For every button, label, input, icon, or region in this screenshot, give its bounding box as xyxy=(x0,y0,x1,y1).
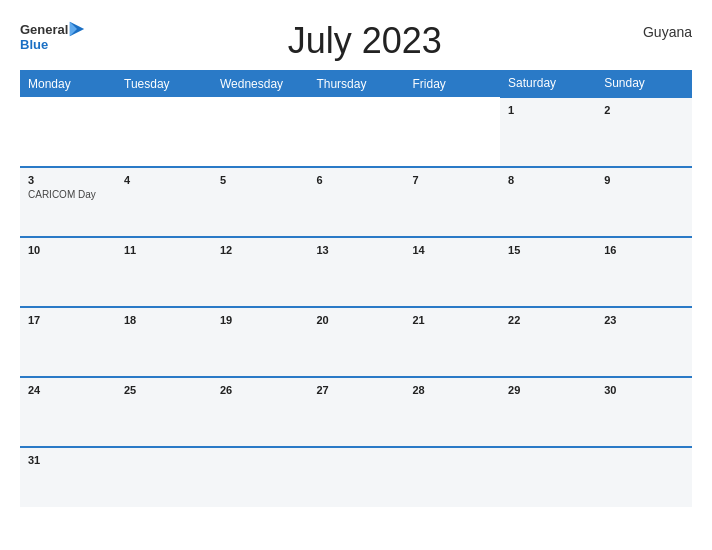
header-thursday: Thursday xyxy=(308,70,404,97)
title-area: July 2023 xyxy=(86,20,643,62)
calendar-cell: 27 xyxy=(308,377,404,447)
day-number: 6 xyxy=(316,174,396,186)
day-number: 14 xyxy=(413,244,493,256)
calendar-cell: 18 xyxy=(116,307,212,377)
day-number: 19 xyxy=(220,314,300,326)
calendar-cell xyxy=(20,97,116,167)
calendar-cell: 22 xyxy=(500,307,596,377)
calendar-cell xyxy=(308,97,404,167)
day-number: 26 xyxy=(220,384,300,396)
calendar-cell: 12 xyxy=(212,237,308,307)
day-number: 10 xyxy=(28,244,108,256)
calendar-cell: 1 xyxy=(500,97,596,167)
calendar-title: July 2023 xyxy=(86,20,643,62)
day-number: 3 xyxy=(28,174,108,186)
day-number: 9 xyxy=(604,174,684,186)
day-number: 2 xyxy=(604,104,684,116)
day-number: 13 xyxy=(316,244,396,256)
day-number: 25 xyxy=(124,384,204,396)
calendar-cell: 30 xyxy=(596,377,692,447)
calendar-cell: 15 xyxy=(500,237,596,307)
calendar-cell xyxy=(116,447,212,507)
day-number: 16 xyxy=(604,244,684,256)
calendar-cell: 3CARICOM Day xyxy=(20,167,116,237)
calendar-cell: 2 xyxy=(596,97,692,167)
day-number: 21 xyxy=(413,314,493,326)
calendar-cell: 29 xyxy=(500,377,596,447)
calendar-cell xyxy=(405,447,501,507)
logo: General Blue xyxy=(20,20,86,51)
calendar-cell: 14 xyxy=(405,237,501,307)
calendar-page: General Blue July 2023 Guyana Monday Tue… xyxy=(20,20,692,507)
calendar-cell: 13 xyxy=(308,237,404,307)
calendar-cell: 19 xyxy=(212,307,308,377)
day-number: 24 xyxy=(28,384,108,396)
country-label: Guyana xyxy=(643,20,692,40)
calendar-cell xyxy=(596,447,692,507)
day-number: 17 xyxy=(28,314,108,326)
calendar-cell xyxy=(212,447,308,507)
day-number: 23 xyxy=(604,314,684,326)
header-monday: Monday xyxy=(20,70,116,97)
logo-general: General xyxy=(20,23,68,36)
calendar-header: General Blue July 2023 Guyana xyxy=(20,20,692,62)
weekday-header-row: Monday Tuesday Wednesday Thursday Friday… xyxy=(20,70,692,97)
calendar-table: Monday Tuesday Wednesday Thursday Friday… xyxy=(20,70,692,507)
day-number: 27 xyxy=(316,384,396,396)
day-number: 15 xyxy=(508,244,588,256)
day-number: 5 xyxy=(220,174,300,186)
calendar-cell xyxy=(212,97,308,167)
day-number: 31 xyxy=(28,454,108,466)
calendar-cell: 21 xyxy=(405,307,501,377)
calendar-cell xyxy=(500,447,596,507)
calendar-cell: 24 xyxy=(20,377,116,447)
calendar-cell: 28 xyxy=(405,377,501,447)
logo-flag-icon xyxy=(68,20,86,38)
calendar-cell: 10 xyxy=(20,237,116,307)
header-tuesday: Tuesday xyxy=(116,70,212,97)
calendar-week-row: 31 xyxy=(20,447,692,507)
day-number: 28 xyxy=(413,384,493,396)
calendar-cell: 6 xyxy=(308,167,404,237)
calendar-cell: 20 xyxy=(308,307,404,377)
calendar-cell: 8 xyxy=(500,167,596,237)
day-number: 20 xyxy=(316,314,396,326)
calendar-cell: 16 xyxy=(596,237,692,307)
day-number: 30 xyxy=(604,384,684,396)
header-saturday: Saturday xyxy=(500,70,596,97)
calendar-cell xyxy=(405,97,501,167)
calendar-cell: 25 xyxy=(116,377,212,447)
calendar-cell xyxy=(116,97,212,167)
day-number: 18 xyxy=(124,314,204,326)
calendar-cell: 11 xyxy=(116,237,212,307)
day-number: 29 xyxy=(508,384,588,396)
day-number: 12 xyxy=(220,244,300,256)
day-number: 22 xyxy=(508,314,588,326)
calendar-cell: 5 xyxy=(212,167,308,237)
day-number: 11 xyxy=(124,244,204,256)
header-wednesday: Wednesday xyxy=(212,70,308,97)
event-text: CARICOM Day xyxy=(28,189,96,200)
calendar-cell: 7 xyxy=(405,167,501,237)
calendar-cell: 4 xyxy=(116,167,212,237)
calendar-cell: 9 xyxy=(596,167,692,237)
header-friday: Friday xyxy=(405,70,501,97)
calendar-cell xyxy=(308,447,404,507)
calendar-week-row: 3CARICOM Day456789 xyxy=(20,167,692,237)
day-number: 4 xyxy=(124,174,204,186)
calendar-week-row: 24252627282930 xyxy=(20,377,692,447)
calendar-week-row: 12 xyxy=(20,97,692,167)
calendar-week-row: 17181920212223 xyxy=(20,307,692,377)
calendar-cell: 17 xyxy=(20,307,116,377)
day-number: 7 xyxy=(413,174,493,186)
calendar-cell: 31 xyxy=(20,447,116,507)
calendar-cell: 23 xyxy=(596,307,692,377)
day-number: 8 xyxy=(508,174,588,186)
day-number: 1 xyxy=(508,104,588,116)
calendar-week-row: 10111213141516 xyxy=(20,237,692,307)
logo-blue: Blue xyxy=(20,38,48,51)
header-sunday: Sunday xyxy=(596,70,692,97)
calendar-cell: 26 xyxy=(212,377,308,447)
